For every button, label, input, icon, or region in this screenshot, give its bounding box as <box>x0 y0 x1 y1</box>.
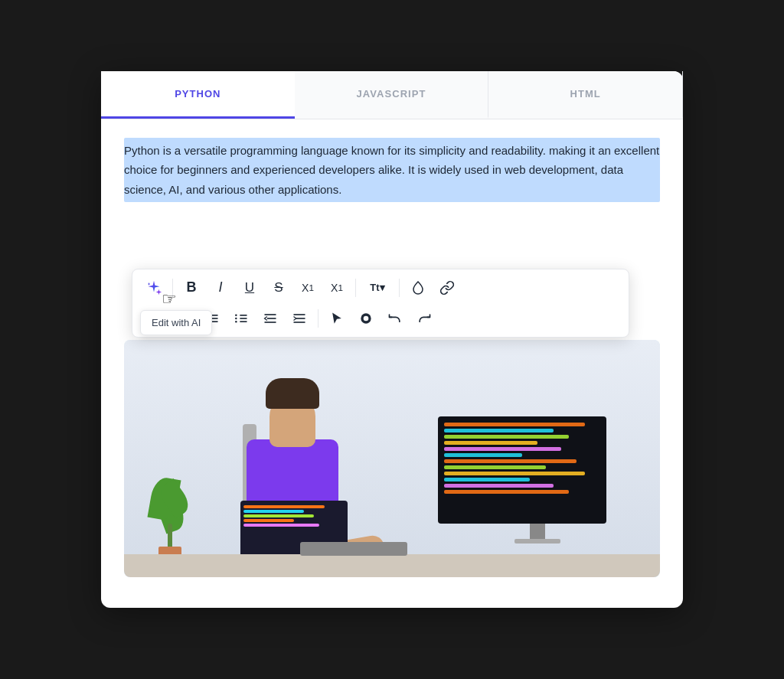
person-hair <box>266 378 319 409</box>
underline-button[interactable]: U <box>236 274 263 302</box>
toolbar-row-1: ☞ Edit with AI B I U S X1 X1 Tt▾ <box>140 274 621 302</box>
monitor-base <box>514 539 560 544</box>
selected-text: Python is a versatile programming langua… <box>124 138 660 203</box>
keyboard <box>300 542 407 556</box>
font-size-button[interactable]: Tt▾ <box>361 274 394 302</box>
toolbar-separator-1 <box>172 279 173 297</box>
italic-button[interactable]: I <box>207 274 234 302</box>
undo-button[interactable] <box>381 305 409 332</box>
ai-sparkle-icon <box>145 279 162 296</box>
outdent-button[interactable] <box>256 305 284 332</box>
code-display <box>438 416 606 500</box>
editor-frame: PYTHON JAVASCRIPT HTML Python is a versa… <box>101 71 683 609</box>
indent-button[interactable] <box>286 305 313 332</box>
subscript-button[interactable]: X1 <box>294 274 322 302</box>
monitor <box>438 416 637 554</box>
redo-button[interactable] <box>410 305 438 332</box>
content-area: Python is a versatile programming langua… <box>101 119 683 578</box>
monitor-stand <box>530 524 545 539</box>
monitor-screen <box>438 416 606 524</box>
bold-button[interactable]: B <box>178 274 205 302</box>
color-drop-icon <box>410 280 426 295</box>
tab-bar: PYTHON JAVASCRIPT HTML <box>101 71 683 119</box>
unordered-list-icon <box>234 311 249 326</box>
svg-point-13 <box>235 318 237 320</box>
ai-button-container: ☞ Edit with AI <box>140 274 168 302</box>
toolbar-separator-3 <box>399 279 400 297</box>
tab-javascript[interactable]: JAVASCRIPT <box>295 71 489 119</box>
plant <box>147 470 193 562</box>
superscript-button[interactable]: X1 <box>323 274 351 302</box>
formatting-toolbar: ☞ Edit with AI B I U S X1 X1 Tt▾ <box>132 269 629 338</box>
link-button[interactable] <box>433 274 461 302</box>
tab-python[interactable]: PYTHON <box>101 71 295 119</box>
toolbar-separator-2 <box>355 279 356 297</box>
toolbar-separator-4 <box>318 309 318 328</box>
clear-format-icon <box>358 311 374 326</box>
link-icon <box>439 280 455 295</box>
tab-html[interactable]: HTML <box>488 71 683 119</box>
color-picker-button[interactable] <box>404 274 432 302</box>
unordered-list-button[interactable] <box>227 305 255 332</box>
toolbar-wrapper: ☞ Edit with AI B I U S X1 X1 Tt▾ <box>132 269 629 338</box>
clear-format-button[interactable] <box>352 305 380 332</box>
arrow-select-icon <box>329 311 345 326</box>
redo-icon <box>416 311 432 326</box>
ai-tooltip: Edit with AI <box>140 310 212 335</box>
desk-surface <box>124 554 660 577</box>
indent-icon <box>292 311 307 326</box>
edit-with-ai-button[interactable] <box>140 274 168 302</box>
select-button[interactable] <box>323 305 351 332</box>
outdent-icon <box>263 311 278 326</box>
undo-icon <box>387 311 403 326</box>
editor-image <box>124 340 660 577</box>
strikethrough-button[interactable]: S <box>265 274 292 302</box>
image-scene <box>124 340 660 577</box>
svg-point-22 <box>364 315 369 321</box>
toolbar-row-2: ¶▾ 1. 2. <box>140 305 621 332</box>
svg-point-12 <box>235 314 237 316</box>
svg-point-14 <box>235 321 237 323</box>
